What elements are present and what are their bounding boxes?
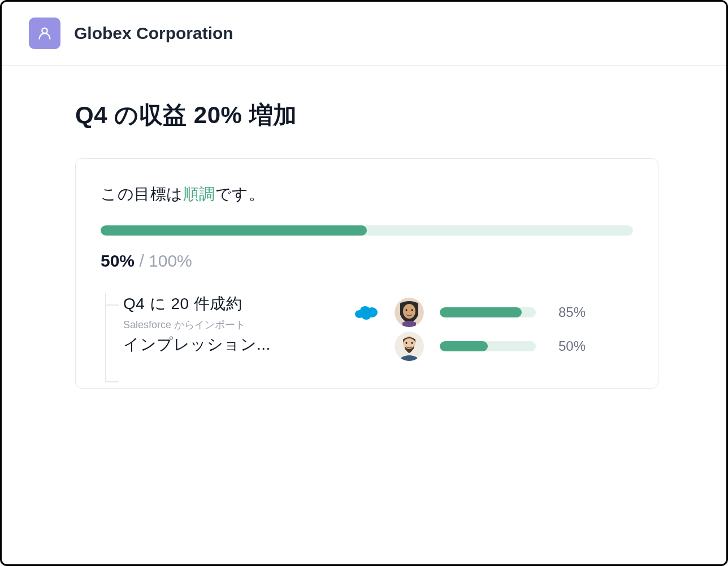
svg-point-11 xyxy=(406,342,408,344)
svg-point-4 xyxy=(362,313,371,320)
sub-goals-list: Q4 に 20 件成約 Salesforce からインポート xyxy=(101,293,633,361)
avatar xyxy=(395,298,424,327)
svg-point-12 xyxy=(411,342,413,344)
org-icon xyxy=(29,18,60,49)
sub-goal-percent: 50% xyxy=(552,338,586,354)
sub-goal-title: Q4 に 20 件成約 xyxy=(123,293,338,315)
goal-status: この目標は順調です。 xyxy=(101,184,633,205)
avatar xyxy=(395,332,424,361)
sub-goal-text: インプレッション... xyxy=(123,334,338,359)
goal-card: この目標は順調です。 50% / 100% Q4 に 20 件成約 Salesf… xyxy=(75,158,658,389)
sub-goal-subtitle: Salesforce からインポート xyxy=(123,318,338,332)
sub-goal-progress-fill xyxy=(440,307,522,317)
header: Globex Corporation xyxy=(2,2,726,66)
tree-connector xyxy=(105,293,106,382)
svg-point-8 xyxy=(411,309,413,311)
sub-goal-progress-bar xyxy=(440,341,536,351)
status-suffix: です。 xyxy=(215,185,265,203)
progress-total: 100% xyxy=(149,251,192,270)
sub-goal-item[interactable]: Q4 に 20 件成約 Salesforce からインポート xyxy=(123,293,633,332)
tree-connector xyxy=(105,304,119,306)
page-title: Q4 の収益 20% 増加 xyxy=(75,99,658,131)
progress-separator: / xyxy=(135,251,149,270)
tree-connector xyxy=(105,381,119,382)
sub-goal-progress-bar xyxy=(440,307,536,317)
progress-current: 50% xyxy=(101,251,135,270)
status-prefix: この目標は xyxy=(101,185,183,203)
sub-goal-item[interactable]: インプレッション... xyxy=(123,332,633,361)
goal-progress-text: 50% / 100% xyxy=(101,251,633,271)
svg-point-6 xyxy=(403,304,415,319)
org-name: Globex Corporation xyxy=(74,24,233,43)
sub-goal-progress-fill xyxy=(440,341,488,351)
goal-progress-bar xyxy=(101,225,633,236)
sub-goal-title: インプレッション... xyxy=(123,334,338,355)
content: Q4 の収益 20% 増加 この目標は順調です。 50% / 100% Q4 に… xyxy=(2,66,726,389)
svg-point-0 xyxy=(42,28,47,33)
sub-goal-percent: 85% xyxy=(552,304,586,320)
goal-progress-fill xyxy=(101,225,367,236)
sub-goal-text: Q4 に 20 件成約 Salesforce からインポート xyxy=(123,293,338,332)
salesforce-icon xyxy=(354,304,379,321)
svg-point-7 xyxy=(406,309,408,311)
status-highlight: 順調 xyxy=(183,185,215,203)
